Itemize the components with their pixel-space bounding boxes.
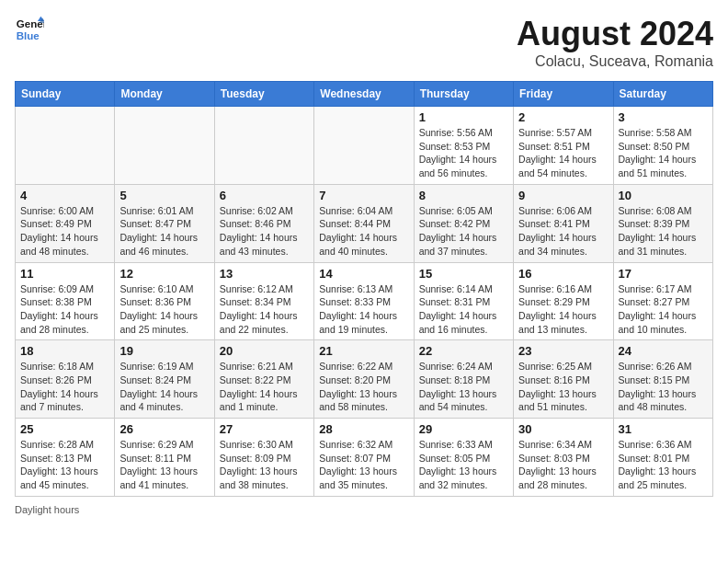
- day-number: 24: [619, 344, 708, 358]
- day-info: Sunrise: 6:28 AM Sunset: 8:13 PM Dayligh…: [20, 438, 109, 492]
- calendar-day-cell: 5Sunrise: 6:01 AM Sunset: 8:47 PM Daylig…: [115, 184, 214, 262]
- calendar-day-header: Friday: [514, 82, 613, 107]
- day-info: Sunrise: 6:12 AM Sunset: 8:34 PM Dayligh…: [220, 282, 309, 337]
- day-number: 8: [419, 189, 508, 202]
- calendar-day-cell: 2Sunrise: 5:57 AM Sunset: 8:51 PM Daylig…: [514, 107, 613, 185]
- day-number: 30: [518, 422, 608, 436]
- calendar-day-cell: 7Sunrise: 6:04 AM Sunset: 8:44 PM Daylig…: [314, 184, 414, 262]
- day-info: Sunrise: 6:09 AM Sunset: 8:38 PM Dayligh…: [20, 282, 109, 337]
- calendar-header-row: SundayMondayTuesdayWednesdayThursdayFrid…: [16, 82, 713, 107]
- day-info: Sunrise: 6:21 AM Sunset: 8:22 PM Dayligh…: [220, 360, 309, 414]
- calendar-day-cell: 11Sunrise: 6:09 AM Sunset: 8:38 PM Dayli…: [16, 262, 115, 340]
- day-info: Sunrise: 6:22 AM Sunset: 8:20 PM Dayligh…: [319, 360, 408, 414]
- day-number: 19: [119, 344, 209, 358]
- calendar-day-cell: 9Sunrise: 6:06 AM Sunset: 8:41 PM Daylig…: [514, 184, 613, 262]
- footer-note: Daylight hours: [15, 504, 713, 515]
- day-number: 6: [220, 189, 309, 202]
- day-info: Sunrise: 6:18 AM Sunset: 8:26 PM Dayligh…: [20, 360, 109, 414]
- day-number: 13: [220, 267, 309, 281]
- calendar-day-cell: [314, 107, 414, 185]
- calendar-day-cell: 21Sunrise: 6:22 AM Sunset: 8:20 PM Dayli…: [314, 340, 414, 419]
- day-number: 26: [119, 422, 209, 436]
- calendar-day-header: Thursday: [414, 82, 513, 107]
- day-number: 4: [20, 189, 109, 202]
- calendar-day-cell: 4Sunrise: 6:00 AM Sunset: 8:49 PM Daylig…: [16, 184, 115, 262]
- calendar-day-cell: 23Sunrise: 6:25 AM Sunset: 8:16 PM Dayli…: [514, 340, 613, 419]
- calendar-day-cell: 10Sunrise: 6:08 AM Sunset: 8:39 PM Dayli…: [613, 184, 712, 262]
- calendar-day-cell: 16Sunrise: 6:16 AM Sunset: 8:29 PM Dayli…: [514, 262, 613, 340]
- day-number: 23: [518, 344, 608, 358]
- calendar-day-cell: 6Sunrise: 6:02 AM Sunset: 8:46 PM Daylig…: [214, 184, 313, 262]
- logo-icon: General Blue: [15, 15, 44, 44]
- day-number: 11: [20, 267, 109, 281]
- calendar-day-cell: 12Sunrise: 6:10 AM Sunset: 8:36 PM Dayli…: [115, 262, 214, 340]
- day-info: Sunrise: 6:13 AM Sunset: 8:33 PM Dayligh…: [319, 282, 408, 337]
- day-info: Sunrise: 6:10 AM Sunset: 8:36 PM Dayligh…: [119, 282, 209, 337]
- day-info: Sunrise: 6:01 AM Sunset: 8:47 PM Dayligh…: [119, 204, 209, 259]
- calendar-day-cell: 20Sunrise: 6:21 AM Sunset: 8:22 PM Dayli…: [214, 340, 313, 419]
- day-info: Sunrise: 5:56 AM Sunset: 8:53 PM Dayligh…: [419, 126, 508, 180]
- calendar-day-header: Sunday: [16, 82, 115, 107]
- calendar-week-row: 18Sunrise: 6:18 AM Sunset: 8:26 PM Dayli…: [16, 340, 713, 419]
- calendar-day-cell: 26Sunrise: 6:29 AM Sunset: 8:11 PM Dayli…: [115, 419, 214, 497]
- day-info: Sunrise: 6:24 AM Sunset: 8:18 PM Dayligh…: [419, 360, 508, 414]
- day-number: 14: [319, 267, 408, 281]
- calendar-day-cell: 30Sunrise: 6:34 AM Sunset: 8:03 PM Dayli…: [514, 419, 613, 497]
- calendar-day-cell: 8Sunrise: 6:05 AM Sunset: 8:42 PM Daylig…: [414, 184, 513, 262]
- calendar-day-cell: 3Sunrise: 5:58 AM Sunset: 8:50 PM Daylig…: [613, 107, 712, 185]
- day-info: Sunrise: 6:29 AM Sunset: 8:11 PM Dayligh…: [119, 438, 209, 492]
- day-info: Sunrise: 6:30 AM Sunset: 8:09 PM Dayligh…: [220, 438, 309, 492]
- day-number: 25: [20, 422, 109, 436]
- day-number: 9: [518, 189, 608, 202]
- day-number: 3: [619, 110, 708, 124]
- calendar-week-row: 1Sunrise: 5:56 AM Sunset: 8:53 PM Daylig…: [16, 107, 713, 185]
- calendar-day-cell: 15Sunrise: 6:14 AM Sunset: 8:31 PM Dayli…: [414, 262, 513, 340]
- calendar-day-cell: 19Sunrise: 6:19 AM Sunset: 8:24 PM Dayli…: [115, 340, 214, 419]
- calendar-day-header: Wednesday: [314, 82, 414, 107]
- calendar-table: SundayMondayTuesdayWednesdayThursdayFrid…: [15, 81, 713, 497]
- day-info: Sunrise: 6:17 AM Sunset: 8:27 PM Dayligh…: [619, 282, 708, 337]
- day-number: 16: [518, 267, 608, 281]
- calendar-day-cell: [16, 107, 115, 185]
- day-number: 12: [119, 267, 209, 281]
- day-number: 31: [619, 422, 708, 436]
- day-number: 10: [619, 189, 708, 202]
- calendar-day-cell: [214, 107, 313, 185]
- day-info: Sunrise: 6:19 AM Sunset: 8:24 PM Dayligh…: [119, 360, 209, 414]
- day-info: Sunrise: 6:32 AM Sunset: 8:07 PM Dayligh…: [319, 438, 408, 492]
- calendar-day-cell: 28Sunrise: 6:32 AM Sunset: 8:07 PM Dayli…: [314, 419, 414, 497]
- calendar-day-cell: 29Sunrise: 6:33 AM Sunset: 8:05 PM Dayli…: [414, 419, 513, 497]
- month-year-title: August 2024: [517, 15, 713, 53]
- calendar-day-header: Monday: [115, 82, 214, 107]
- day-number: 2: [518, 110, 608, 124]
- day-number: 17: [619, 267, 708, 281]
- calendar-week-row: 4Sunrise: 6:00 AM Sunset: 8:49 PM Daylig…: [16, 184, 713, 262]
- day-number: 18: [20, 344, 109, 358]
- calendar-day-cell: 24Sunrise: 6:26 AM Sunset: 8:15 PM Dayli…: [613, 340, 712, 419]
- logo: General Blue: [15, 15, 44, 44]
- calendar-day-cell: 18Sunrise: 6:18 AM Sunset: 8:26 PM Dayli…: [16, 340, 115, 419]
- day-info: Sunrise: 6:25 AM Sunset: 8:16 PM Dayligh…: [518, 360, 608, 414]
- calendar-day-cell: 1Sunrise: 5:56 AM Sunset: 8:53 PM Daylig…: [414, 107, 513, 185]
- day-info: Sunrise: 6:14 AM Sunset: 8:31 PM Dayligh…: [419, 282, 508, 337]
- day-info: Sunrise: 5:58 AM Sunset: 8:50 PM Dayligh…: [619, 126, 708, 180]
- calendar-day-cell: 25Sunrise: 6:28 AM Sunset: 8:13 PM Dayli…: [16, 419, 115, 497]
- day-info: Sunrise: 6:16 AM Sunset: 8:29 PM Dayligh…: [518, 282, 608, 337]
- day-number: 15: [419, 267, 508, 281]
- day-info: Sunrise: 6:06 AM Sunset: 8:41 PM Dayligh…: [518, 204, 608, 259]
- calendar-day-header: Saturday: [613, 82, 712, 107]
- calendar-day-cell: 14Sunrise: 6:13 AM Sunset: 8:33 PM Dayli…: [314, 262, 414, 340]
- day-number: 21: [319, 344, 408, 358]
- calendar-week-row: 25Sunrise: 6:28 AM Sunset: 8:13 PM Dayli…: [16, 419, 713, 497]
- day-info: Sunrise: 6:04 AM Sunset: 8:44 PM Dayligh…: [319, 204, 408, 259]
- day-number: 7: [319, 189, 408, 202]
- day-number: 27: [220, 422, 309, 436]
- day-number: 1: [419, 110, 508, 124]
- location-subtitle: Colacu, Suceava, Romania: [517, 53, 713, 70]
- calendar-day-cell: 27Sunrise: 6:30 AM Sunset: 8:09 PM Dayli…: [214, 419, 313, 497]
- day-info: Sunrise: 6:08 AM Sunset: 8:39 PM Dayligh…: [619, 204, 708, 259]
- calendar-day-cell: 31Sunrise: 6:36 AM Sunset: 8:01 PM Dayli…: [613, 419, 712, 497]
- day-info: Sunrise: 5:57 AM Sunset: 8:51 PM Dayligh…: [518, 126, 608, 180]
- day-number: 29: [419, 422, 508, 436]
- day-info: Sunrise: 6:34 AM Sunset: 8:03 PM Dayligh…: [518, 438, 608, 492]
